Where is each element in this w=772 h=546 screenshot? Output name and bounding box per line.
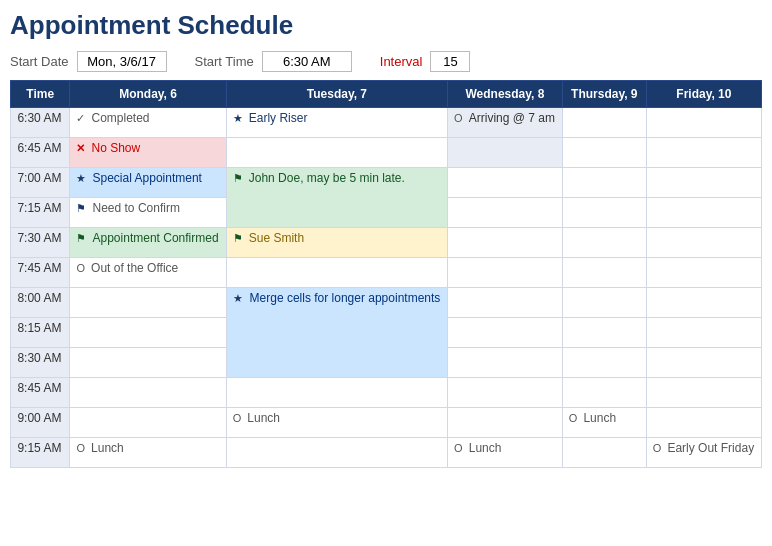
schedule-cell: [562, 138, 646, 168]
table-row: 7:45 AMO Out of the Office: [11, 258, 762, 288]
time-cell: 7:45 AM: [11, 258, 70, 288]
schedule-cell: ⚑ Appointment Confirmed: [70, 228, 226, 258]
cell-icon: O: [653, 442, 665, 454]
schedule-cell: ✕ No Show: [70, 138, 226, 168]
time-cell: 6:45 AM: [11, 138, 70, 168]
schedule-cell: [646, 408, 761, 438]
schedule-cell: ★ Merge cells for longer appointments: [226, 288, 447, 378]
interval-input[interactable]: [430, 51, 470, 72]
schedule-cell: [448, 318, 563, 348]
schedule-cell: [70, 408, 226, 438]
schedule-cell: [646, 258, 761, 288]
schedule-cell: [646, 318, 761, 348]
col-tuesday: Tuesday, 7: [226, 81, 447, 108]
cell-icon: ✓: [76, 112, 88, 124]
table-row: 9:00 AMO LunchO Lunch: [11, 408, 762, 438]
cell-icon: O: [233, 412, 245, 424]
cell-content: ⚑ Need to Confirm: [76, 201, 179, 215]
col-friday: Friday, 10: [646, 81, 761, 108]
cell-content: O Lunch: [233, 411, 280, 425]
cell-icon: ⚑: [76, 232, 89, 244]
schedule-cell: [646, 168, 761, 198]
schedule-cell: [562, 258, 646, 288]
schedule-cell: [70, 288, 226, 318]
schedule-cell: ★ Early Riser: [226, 108, 447, 138]
cell-content: ⚑ Appointment Confirmed: [76, 231, 218, 245]
schedule-cell: O Lunch: [226, 408, 447, 438]
schedule-cell: [448, 228, 563, 258]
schedule-cell: [646, 108, 761, 138]
schedule-cell: [562, 348, 646, 378]
controls-bar: Start Date Start Time Interval: [10, 51, 762, 72]
schedule-cell: [448, 348, 563, 378]
cell-icon: ★: [76, 172, 89, 184]
schedule-cell: ⚑ John Doe, may be 5 min late.: [226, 168, 447, 228]
schedule-cell: [448, 198, 563, 228]
schedule-cell: [226, 438, 447, 468]
schedule-cell: [70, 318, 226, 348]
schedule-cell: [226, 258, 447, 288]
time-cell: 8:45 AM: [11, 378, 70, 408]
cell-content: ⚑ John Doe, may be 5 min late.: [233, 171, 405, 185]
start-time-label: Start Time: [195, 54, 254, 69]
schedule-cell: [448, 408, 563, 438]
cell-icon: ⚑: [76, 202, 89, 214]
time-cell: 9:15 AM: [11, 438, 70, 468]
table-header-row: Time Monday, 6 Tuesday, 7 Wednesday, 8 T…: [11, 81, 762, 108]
cell-content: ✕ No Show: [76, 141, 140, 155]
schedule-cell: [448, 168, 563, 198]
schedule-cell: ⚑ Need to Confirm: [70, 198, 226, 228]
col-wednesday: Wednesday, 8: [448, 81, 563, 108]
table-row: 7:00 AM★ Special Appointment⚑ John Doe, …: [11, 168, 762, 198]
schedule-table: Time Monday, 6 Tuesday, 7 Wednesday, 8 T…: [10, 80, 762, 468]
schedule-cell: O Lunch: [448, 438, 563, 468]
schedule-cell: [448, 378, 563, 408]
cell-content: O Out of the Office: [76, 261, 178, 275]
schedule-cell: [562, 438, 646, 468]
schedule-cell: [70, 348, 226, 378]
schedule-cell: [562, 168, 646, 198]
cell-content: ★ Merge cells for longer appointments: [233, 291, 440, 305]
cell-content: ⚑ Sue Smith: [233, 231, 304, 245]
time-cell: 9:00 AM: [11, 408, 70, 438]
schedule-cell: [226, 378, 447, 408]
cell-content: O Lunch: [569, 411, 616, 425]
schedule-cell: [562, 378, 646, 408]
schedule-cell: [448, 138, 563, 168]
schedule-cell: O Lunch: [562, 408, 646, 438]
schedule-cell: [646, 198, 761, 228]
time-cell: 6:30 AM: [11, 108, 70, 138]
time-cell: 8:00 AM: [11, 288, 70, 318]
start-date-input[interactable]: [77, 51, 167, 72]
table-row: 8:45 AM: [11, 378, 762, 408]
table-row: 6:30 AM✓ Completed★ Early RiserO Arrivin…: [11, 108, 762, 138]
col-thursday: Thursday, 9: [562, 81, 646, 108]
schedule-cell: [562, 108, 646, 138]
table-row: 9:15 AMO LunchO LunchO Early Out Friday: [11, 438, 762, 468]
cell-content: O Lunch: [454, 441, 501, 455]
cell-content: ★ Special Appointment: [76, 171, 201, 185]
col-time: Time: [11, 81, 70, 108]
cell-icon: O: [76, 442, 88, 454]
schedule-cell: [646, 138, 761, 168]
schedule-cell: ✓ Completed: [70, 108, 226, 138]
schedule-cell: [646, 348, 761, 378]
cell-content: ✓ Completed: [76, 111, 149, 125]
schedule-cell: [226, 138, 447, 168]
cell-icon: ⚑: [233, 172, 246, 184]
cell-icon: O: [454, 112, 466, 124]
table-row: 8:00 AM★ Merge cells for longer appointm…: [11, 288, 762, 318]
cell-content: O Lunch: [76, 441, 123, 455]
col-monday: Monday, 6: [70, 81, 226, 108]
cell-icon: ★: [233, 292, 246, 304]
schedule-cell: [646, 378, 761, 408]
cell-icon: O: [76, 262, 88, 274]
schedule-cell: [562, 318, 646, 348]
schedule-cell: O Early Out Friday: [646, 438, 761, 468]
schedule-cell: [646, 228, 761, 258]
start-time-input[interactable]: [262, 51, 352, 72]
schedule-cell: O Lunch: [70, 438, 226, 468]
cell-icon: ⚑: [233, 232, 246, 244]
time-cell: 7:15 AM: [11, 198, 70, 228]
cell-icon: ✕: [76, 142, 88, 154]
